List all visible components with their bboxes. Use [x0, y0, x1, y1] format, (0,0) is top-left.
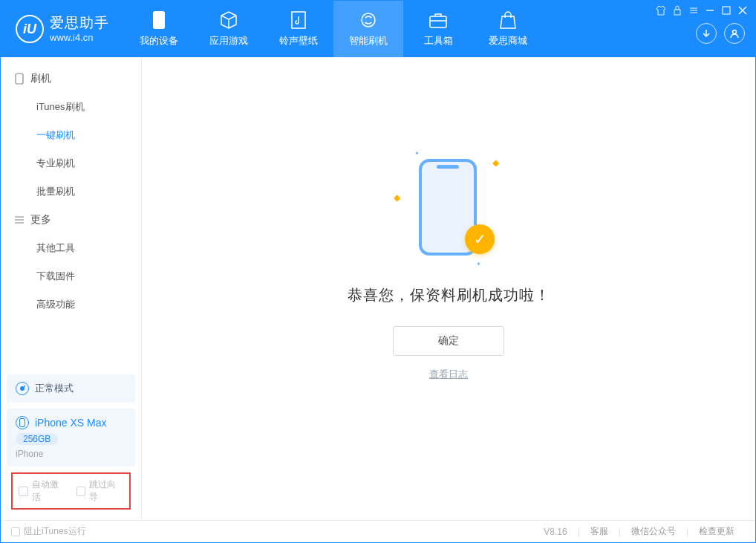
- footer-link-support[interactable]: 客服: [580, 525, 619, 538]
- svg-rect-14: [16, 74, 23, 84]
- check-badge-icon: ✓: [465, 224, 495, 254]
- footer-link-update[interactable]: 检查更新: [688, 525, 745, 538]
- checkbox-auto-activate[interactable]: 自动激活: [19, 478, 66, 504]
- mode-card[interactable]: 正常模式: [7, 374, 135, 403]
- sparkle-icon: ◆: [492, 157, 499, 168]
- svg-rect-2: [430, 16, 446, 27]
- checkbox-icon: [11, 527, 20, 536]
- sidebar-group-more: 更多: [1, 206, 141, 234]
- lock-icon[interactable]: [672, 5, 682, 16]
- flash-options-highlight: 自动激活 跳过向导: [11, 472, 131, 510]
- view-log-link[interactable]: 查看日志: [429, 368, 468, 381]
- tab-store[interactable]: 爱思商城: [473, 1, 543, 57]
- header-tabs: 我的设备 应用游戏 铃声壁纸 智能刷机 工具箱 爱思商城: [124, 1, 543, 57]
- success-message: 恭喜您，保资料刷机成功啦！: [348, 285, 550, 305]
- tab-toolbox[interactable]: 工具箱: [403, 1, 473, 57]
- device-type: iPhone: [16, 449, 43, 459]
- tab-my-device[interactable]: 我的设备: [124, 1, 194, 57]
- sidebar-item-itunes-flash[interactable]: iTunes刷机: [1, 93, 141, 121]
- device-icon: [14, 74, 25, 84]
- svg-rect-20: [20, 419, 25, 427]
- checkbox-prevent-itunes[interactable]: 阻止iTunes运行: [11, 525, 86, 538]
- shirt-icon[interactable]: [656, 5, 666, 16]
- sidebar-group-flash: 刷机: [1, 65, 141, 93]
- checkbox-icon: [19, 487, 28, 496]
- shopping-bag-icon: [498, 10, 518, 30]
- svg-point-19: [24, 386, 25, 387]
- tab-smart-flash[interactable]: 智能刷机: [333, 1, 403, 57]
- sparkle-icon: ✦: [414, 150, 420, 157]
- sparkle-icon: ✦: [476, 261, 481, 267]
- tab-ringtone-wallpaper[interactable]: 铃声壁纸: [264, 1, 333, 57]
- sidebar-item-one-click-flash[interactable]: 一键刷机: [1, 121, 141, 149]
- briefcase-icon: [428, 10, 448, 30]
- sidebar-item-advanced[interactable]: 高级功能: [1, 290, 141, 319]
- phone-icon: [149, 10, 169, 30]
- header-actions: [696, 23, 745, 44]
- checkbox-skip-guide[interactable]: 跳过向导: [76, 478, 124, 504]
- svg-rect-4: [674, 10, 680, 15]
- app-name: 爱思助手: [50, 15, 109, 32]
- maximize-icon[interactable]: [721, 5, 731, 16]
- device-card-icon: [16, 416, 29, 429]
- sidebar-item-other-tools[interactable]: 其他工具: [1, 234, 141, 262]
- device-card[interactable]: iPhone XS Max 256GB iPhone: [7, 409, 135, 466]
- sidebar: 刷机 iTunes刷机 一键刷机 专业刷机 批量刷机 更多 其他工具 下载固件 …: [1, 57, 142, 520]
- svg-point-18: [20, 386, 25, 391]
- logo-icon: iU: [16, 15, 44, 43]
- mode-icon: [16, 382, 29, 395]
- refresh-shield-icon: [359, 10, 378, 30]
- menu-icon[interactable]: [688, 5, 699, 16]
- window-controls: [656, 5, 748, 16]
- svg-rect-0: [153, 11, 165, 29]
- tab-app-games[interactable]: 应用游戏: [194, 1, 264, 57]
- close-icon[interactable]: [737, 5, 748, 16]
- main-content: ◆ ◆ ✦ ✦ ✓ 恭喜您，保资料刷机成功啦！ 确定 查看日志: [142, 57, 755, 520]
- svg-rect-9: [723, 7, 730, 14]
- checkbox-icon: [76, 487, 86, 496]
- success-illustration: ◆ ◆ ✦ ✦ ✓: [397, 152, 501, 263]
- list-icon: [14, 215, 25, 225]
- device-storage: 256GB: [16, 433, 58, 445]
- download-button[interactable]: [696, 23, 717, 44]
- app-logo: iU 爱思助手 www.i4.cn: [1, 1, 124, 57]
- sparkle-icon: ◆: [394, 192, 400, 203]
- music-file-icon: [289, 10, 308, 30]
- minimize-icon[interactable]: [705, 5, 715, 16]
- footer: 阻止iTunes运行 V8.16 | 客服 | 微信公众号 | 检查更新: [1, 520, 755, 542]
- cube-icon: [219, 10, 238, 30]
- header: iU 爱思助手 www.i4.cn 我的设备 应用游戏 铃声壁纸 智能刷机: [1, 1, 755, 57]
- mode-label: 正常模式: [35, 382, 74, 395]
- svg-point-13: [733, 30, 737, 34]
- device-name: iPhone XS Max: [35, 417, 107, 429]
- ok-button[interactable]: 确定: [393, 326, 504, 356]
- user-button[interactable]: [724, 23, 745, 44]
- sidebar-item-download-firmware[interactable]: 下载固件: [1, 262, 141, 290]
- svg-point-1: [362, 13, 375, 27]
- app-url: www.i4.cn: [50, 32, 109, 44]
- footer-link-wechat[interactable]: 微信公众号: [621, 525, 686, 538]
- sidebar-item-batch-flash[interactable]: 批量刷机: [1, 178, 141, 206]
- version-label: V8.16: [544, 527, 567, 537]
- sidebar-item-pro-flash[interactable]: 专业刷机: [1, 149, 141, 178]
